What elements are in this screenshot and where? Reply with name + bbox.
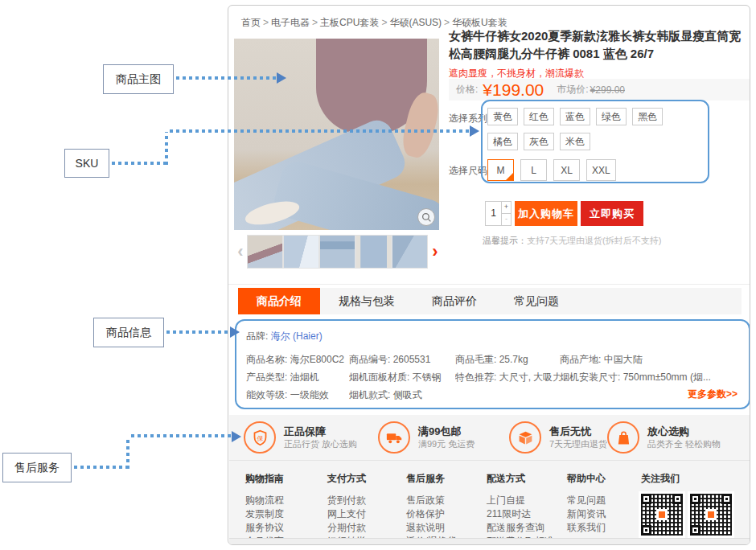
param-value: 750mm±50mm (烟...: [623, 371, 711, 383]
color-option[interactable]: 黄色: [487, 108, 518, 125]
param-label: 商品编号:: [349, 354, 393, 365]
breadcrumb-item-3[interactable]: 主板CPU套装: [320, 17, 379, 28]
footer-link[interactable]: 货到付款: [327, 494, 366, 507]
more-params-link[interactable]: 更多参数>>: [688, 388, 738, 401]
quantity-decrease-button[interactable]: -: [502, 213, 511, 225]
footer-link[interactable]: 购物流程: [245, 494, 284, 507]
footer-link[interactable]: 211限时达: [487, 507, 554, 521]
quantity-value[interactable]: 1: [486, 202, 501, 225]
thumbnail-4[interactable]: [355, 235, 392, 269]
quantity-increase-button[interactable]: +: [502, 202, 511, 213]
badge-text: 正品保障正品行货 放心选购: [284, 425, 357, 450]
footer-link[interactable]: 配送服务查询: [487, 521, 554, 535]
thumbnail-1[interactable]: [247, 235, 283, 269]
breadcrumb-item-5[interactable]: 华硕板U套装: [452, 17, 507, 28]
footer-link[interactable]: 联系我们: [567, 521, 606, 535]
tab-spec-package[interactable]: 规格与包装: [320, 288, 413, 314]
shopping-bag-icon: [607, 421, 639, 454]
brand-link[interactable]: 海尔 (Haier): [271, 330, 323, 342]
footer-link[interactable]: 常见问题: [567, 494, 606, 507]
add-to-cart-button[interactable]: 加入购物车: [515, 201, 577, 226]
param-label: 商品产地:: [560, 354, 604, 365]
dotted-line: [112, 162, 166, 165]
color-option[interactable]: 灰色: [524, 133, 554, 150]
color-option[interactable]: 蓝色: [560, 108, 590, 125]
dotted-line: [131, 434, 232, 437]
param-item: 烟机款式: 侧吸式: [349, 388, 455, 406]
footer-link[interactable]: 上门自提: [487, 494, 554, 507]
magnifier-icon[interactable]: [417, 208, 435, 226]
color-option[interactable]: 黑色: [632, 108, 663, 125]
footer-link[interactable]: 售后政策: [406, 494, 457, 507]
badge-text: 放心选购品类齐全 轻松购物: [647, 425, 721, 450]
tab-reviews[interactable]: 商品评价: [413, 288, 495, 314]
badge-text: 售后无忧7天无理由退货: [549, 425, 607, 450]
footer-link[interactable]: 退款说明: [406, 521, 457, 535]
param-item: 能效等级: 一级能效: [246, 388, 349, 406]
color-option[interactable]: 绿色: [596, 108, 627, 125]
footer-column-delivery: 配送方式上门自提211限时达配送服务查询配送费收取标准海外配送: [487, 472, 554, 545]
breadcrumb-item-2[interactable]: 电子电器: [271, 17, 310, 28]
param-item: 商品编号: 2605531: [349, 353, 455, 371]
annotation-product-info: 商品信息: [93, 318, 164, 347]
footer-bottom-strip: [229, 538, 750, 545]
size-option[interactable]: M: [487, 159, 514, 181]
footer-link[interactable]: 分期付款: [327, 521, 366, 535]
param-item: 烟机安装尺寸: 750mm±50mm (烟...: [560, 371, 741, 388]
svg-text:保: 保: [257, 434, 263, 441]
brand-row: 品牌: 海尔 (Haier): [246, 330, 323, 343]
footer-columns: 购物指南购物流程发票制度服务协议会员优惠支付方式货到付款网上支付分期付款银行转帐…: [229, 461, 750, 537]
badge-desc: 7天无理由退货: [549, 438, 607, 450]
qr-eye: [672, 494, 683, 504]
truck-icon: [378, 421, 410, 454]
thumbnail-3[interactable]: [319, 235, 355, 269]
param-value: 大尺寸, 大吸力, 静音...: [499, 371, 560, 383]
badge-title: 满99包邮: [418, 425, 475, 438]
footer-link[interactable]: 发票制度: [245, 507, 284, 521]
size-select-label: 选择尺码:: [449, 164, 490, 178]
buy-now-button[interactable]: 立即购买: [581, 201, 643, 226]
service-badge-authentic: 保正品保障正品行货 放心选购: [244, 421, 357, 454]
tab-faq[interactable]: 常见问题: [495, 288, 577, 314]
dotted-line: [74, 466, 127, 469]
breadcrumb-separator: >: [312, 17, 318, 28]
product-page: 首页>电子电器>主板CPU套装>华硕(ASUS)>华硕板U套装 ‹ › 女裤牛仔…: [228, 5, 750, 545]
qr-code-1: [641, 494, 683, 536]
price-value: ¥199.00: [483, 80, 544, 100]
product-main-image[interactable]: [234, 39, 439, 230]
annotation-main-image: 商品主图: [103, 64, 174, 94]
size-options: MLXLXXL: [487, 159, 622, 188]
tab-product-intro[interactable]: 商品介绍: [238, 288, 320, 314]
carousel-next-icon[interactable]: ›: [428, 243, 442, 261]
param-item: 烟机面板材质: 不锈钢: [349, 371, 455, 388]
param-item: 产品类型: 油烟机: [246, 371, 349, 388]
brand-label: 品牌:: [246, 330, 268, 342]
param-value: 油烟机: [290, 371, 319, 383]
product-params: 商品名称: 海尔E800C2商品编号: 2605531商品毛重: 25.7kg商…: [246, 353, 741, 406]
footer-link[interactable]: 价格保护: [406, 507, 457, 521]
param-item: 特色推荐: 大尺寸, 大吸力, 静音...: [455, 371, 560, 388]
price-label: 价格:: [456, 83, 478, 96]
size-option[interactable]: XXL: [586, 159, 616, 181]
param-value: 侧吸式: [393, 389, 422, 400]
thumbnail-2[interactable]: [283, 235, 319, 269]
size-option[interactable]: XL: [553, 159, 580, 181]
footer-link[interactable]: 服务协议: [245, 521, 284, 535]
param-item: 商品名称: 海尔E800C2: [246, 353, 349, 371]
breadcrumb-item-4[interactable]: 华硕(ASUS): [389, 17, 442, 28]
size-option[interactable]: L: [520, 159, 547, 181]
quantity-steps: + -: [501, 202, 511, 225]
color-option[interactable]: 红色: [524, 108, 554, 125]
market-price-label: 市场价:: [557, 83, 588, 96]
carousel-prev-icon[interactable]: ‹: [234, 243, 247, 261]
param-value: 一级能效: [290, 389, 329, 400]
footer-link[interactable]: 网上支付: [327, 507, 366, 521]
param-label: 商品毛重:: [455, 354, 499, 365]
color-option[interactable]: 米色: [560, 133, 590, 150]
breadcrumb-item-1[interactable]: 首页: [241, 17, 261, 28]
thumbnail-5[interactable]: [392, 235, 428, 269]
breadcrumb-separator: >: [444, 17, 450, 28]
color-option[interactable]: 橘色: [487, 133, 518, 150]
footer-link[interactable]: 新闻资讯: [567, 507, 606, 521]
param-value: 不锈钢: [413, 371, 442, 383]
